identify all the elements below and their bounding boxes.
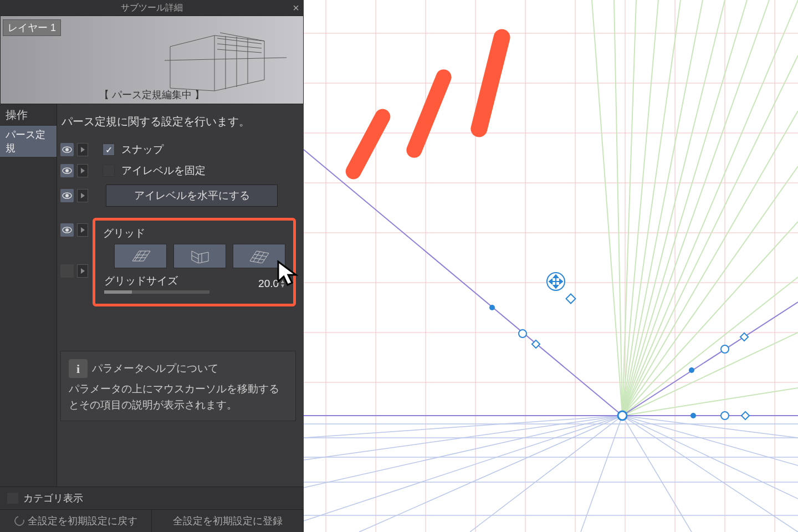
settings-area: パース定規に関する設定を行います。 ✓ スナップ アイレベルを固定 アイレベルを <box>57 104 304 487</box>
svg-line-33 <box>622 332 798 416</box>
visibility-eye-icon[interactable] <box>60 164 74 177</box>
svg-line-30 <box>622 166 798 416</box>
panel-footer: カテゴリ表示 全設定を初期設定に戻す 全設定を初期設定に登録 <box>0 487 304 532</box>
svg-line-26 <box>622 0 769 416</box>
panel-title: サブツール詳細 <box>121 2 183 14</box>
svg-point-62 <box>689 367 694 373</box>
svg-line-39 <box>359 416 622 532</box>
svg-line-38 <box>304 416 622 521</box>
svg-line-43 <box>622 416 798 532</box>
settings-description: パース定規に関する設定を行います。 <box>62 114 295 129</box>
expand-triangle-icon[interactable] <box>77 264 88 278</box>
visibility-eye-icon[interactable] <box>60 189 74 202</box>
svg-line-34 <box>622 388 798 416</box>
svg-point-85 <box>65 194 69 197</box>
panel-titlebar[interactable]: サブツール詳細 × <box>0 0 304 16</box>
perspective-grid-svg <box>304 0 798 532</box>
grid-label: グリッド <box>103 226 285 241</box>
spinner-icon[interactable]: ▲▼ <box>280 279 285 288</box>
grid-plane-xy-button[interactable] <box>114 244 167 268</box>
svg-point-81 <box>65 148 69 151</box>
grid-size-label: グリッドサイズ <box>104 274 209 288</box>
svg-line-76 <box>217 49 262 53</box>
svg-point-56 <box>489 305 495 310</box>
grid-settings-highlight: グリッド グリッドサイズ 20.0 ▲▼ <box>93 218 296 306</box>
visibility-eye-icon[interactable] <box>60 143 74 156</box>
eyelevel-fix-row: アイレベルを固定 <box>60 163 296 178</box>
eyelevel-fix-label: アイレベルを固定 <box>121 163 206 178</box>
svg-line-46 <box>622 416 798 438</box>
visibility-eye-icon[interactable] <box>60 264 74 278</box>
category-display-checkbox[interactable] <box>7 492 19 504</box>
register-all-button[interactable]: 全設定を初期設定に登録 <box>152 510 304 532</box>
help-body: パラメータの上にマウスカーソルを移動するとその項目の説明が表示されます。 <box>69 381 288 413</box>
eyelevel-fix-checkbox[interactable] <box>103 165 115 177</box>
expand-triangle-icon[interactable] <box>77 164 88 177</box>
reset-icon <box>12 514 26 528</box>
snap-checkbox[interactable]: ✓ <box>103 144 115 156</box>
eyelevel-horiz-row: アイレベルを水平にする <box>60 185 296 207</box>
reset-all-button[interactable]: 全設定を初期設定に戻す <box>0 510 152 532</box>
sidebar-item-perspective-ruler[interactable]: パース定規 <box>0 126 57 157</box>
svg-point-59 <box>690 413 696 418</box>
grid-size-value[interactable]: 20.0 ▲▼ <box>258 278 285 290</box>
canvas-viewport[interactable] <box>304 0 798 532</box>
svg-line-27 <box>622 0 798 416</box>
svg-rect-61 <box>741 412 749 420</box>
svg-line-45 <box>622 416 798 466</box>
svg-line-94 <box>252 258 264 260</box>
subtool-detail-panel: サブツール詳細 × レイヤー 1 【 パース定規編集中 】 操作 パース定規 パ… <box>0 0 304 532</box>
expand-triangle-icon[interactable] <box>77 143 88 156</box>
svg-point-63 <box>721 345 729 353</box>
svg-point-83 <box>65 169 69 172</box>
category-display-label: カテゴリ表示 <box>23 492 83 505</box>
svg-line-25 <box>622 0 747 416</box>
svg-rect-64 <box>740 333 748 341</box>
svg-line-32 <box>622 277 798 416</box>
close-icon[interactable]: × <box>293 2 299 14</box>
svg-point-60 <box>721 412 729 420</box>
grid-plane-xz-button[interactable] <box>233 244 285 268</box>
svg-line-95 <box>254 254 267 257</box>
svg-line-29 <box>622 111 798 416</box>
snap-row: ✓ スナップ <box>60 142 296 157</box>
parameter-help-box: i パラメータヘルプについて パラメータの上にマウスカーソルを移動するとその項目… <box>60 351 296 421</box>
help-title: パラメータヘルプについて <box>92 361 218 377</box>
eyelevel-horizontal-button[interactable]: アイレベルを水平にする <box>106 185 278 207</box>
svg-rect-72 <box>566 294 576 304</box>
grid-plane-yz-button[interactable] <box>173 244 226 268</box>
preview-status-label: 【 パース定規編集中 】 <box>99 88 204 101</box>
svg-line-92 <box>192 255 198 259</box>
category-sidebar: 操作 パース定規 <box>0 104 57 487</box>
svg-point-87 <box>65 228 69 232</box>
svg-line-41 <box>581 416 622 532</box>
svg-line-75 <box>217 44 262 48</box>
layer-name-tag: レイヤー 1 <box>3 19 61 36</box>
svg-point-55 <box>618 411 627 420</box>
grid-size-slider[interactable] <box>104 290 209 294</box>
sidebar-header: 操作 <box>0 104 57 126</box>
snap-label: スナップ <box>121 142 163 157</box>
svg-point-57 <box>519 330 526 337</box>
svg-line-42 <box>622 416 692 532</box>
info-icon: i <box>69 359 88 378</box>
expand-triangle-icon[interactable] <box>77 189 88 202</box>
expand-triangle-icon[interactable] <box>77 223 88 237</box>
preview-thumbnail: レイヤー 1 【 パース定規編集中 】 <box>0 16 304 104</box>
visibility-eye-icon[interactable] <box>60 223 74 237</box>
svg-line-24 <box>622 0 725 416</box>
svg-line-22 <box>622 0 681 416</box>
